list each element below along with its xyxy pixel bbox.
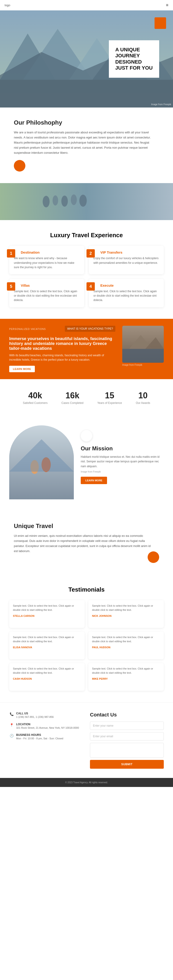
testimonial-card-4: Sample text. Click to select the text bo… <box>9 663 85 691</box>
philosophy-title: Our Philoshophy <box>14 119 159 126</box>
location-icon: 📍 <box>9 723 14 727</box>
mission-content: Our Mission Habitant morbi tristique sen… <box>81 425 164 484</box>
hours-label: BUSINESS HOURS <box>16 733 63 737</box>
footer: © 2023 Travel Agency. All rights reserve… <box>0 778 173 787</box>
svg-point-10 <box>53 195 58 205</box>
contact-message-input[interactable] <box>90 743 164 757</box>
luxury-card-execute: 4 Execute Sample text. Click to select t… <box>89 279 164 307</box>
footer-text: © 2023 Travel Agency. All rights reserve… <box>65 781 108 784</box>
contact-info: 📞 CALL US 1 (236) 567-891, 1 (236) 987-8… <box>9 712 83 769</box>
svg-point-11 <box>61 196 68 207</box>
hero-orange-accent <box>154 18 166 29</box>
testimonial-text-4: Sample text. Click to select the text bo… <box>13 667 81 675</box>
luxury-card-villas: 5 Villas Sample text. Click to select th… <box>9 279 84 307</box>
luxury-cards-grid: 1 Destination We want to know where and … <box>9 246 164 307</box>
card-title-vip: VIP Transfers <box>93 250 159 254</box>
stat-experience: 15 Years of Experience <box>98 391 122 404</box>
testimonial-card-5: Sample text. Click to select the text bo… <box>88 663 164 691</box>
hero-content-box: A UNIQUE JOURNEY DESIGNED JUST FOR YOU <box>109 40 159 78</box>
unique-section: Unique Travel Ut enim ad minim veniam, q… <box>0 511 173 574</box>
contact-phone-item: 📞 CALL US 1 (236) 567-891, 1 (236) 987-8… <box>9 712 83 719</box>
hero-image-credit: Image from Freepik <box>151 103 171 106</box>
mission-text: Habitant morbi tristique senectus et. Ne… <box>81 455 164 469</box>
travel-banner-image <box>0 183 173 220</box>
hours-text: Mon - Fri: 10:00 - 8 pm, Sat - Sun: Clos… <box>16 737 63 740</box>
testimonial-name-1: NICK JOHNSON <box>92 614 160 617</box>
personalized-tag: PERSONALIZED VACATIONS <box>9 328 46 330</box>
testimonial-card-1: Sample text. Click to select the text bo… <box>88 600 164 628</box>
contact-phone-details: CALL US 1 (236) 567-891, 1 (236) 987-856 <box>16 712 54 719</box>
personalized-image-svg <box>122 326 164 363</box>
personalized-title: Immerse yourselves in beautiful islands,… <box>9 336 115 351</box>
card-text-execute: Sample text. Click to select the text bo… <box>93 289 159 302</box>
testimonials-grid: Sample text. Click to select the text bo… <box>9 600 164 691</box>
personalized-right: Image from Freepik <box>122 326 164 366</box>
svg-point-13 <box>79 195 87 207</box>
contact-form: SUBMIT <box>90 722 164 769</box>
testimonial-text-0: Sample text. Click to select the text bo… <box>13 604 81 612</box>
luxury-section: Luxury Travel Experience 1 Destination W… <box>0 220 173 318</box>
personalized-image-credit: Image from Freepik <box>122 364 164 366</box>
learn-more-button[interactable]: LEARN MORE <box>9 366 35 372</box>
stat-satisfied: 40k Satisfied Customers <box>23 391 47 404</box>
mission-white-circle <box>81 430 92 442</box>
philosophy-orange-circle <box>14 160 25 172</box>
philosophy-section: Our Philoshophy We are a team of tourist… <box>0 108 173 183</box>
mission-image <box>9 425 74 500</box>
stat-label-cases: Cases Completed <box>61 401 83 404</box>
contact-section: 📞 CALL US 1 (236) 567-891, 1 (236) 987-8… <box>0 702 173 778</box>
mission-inner: Our Mission Habitant morbi tristique sen… <box>9 425 164 500</box>
personalized-image <box>122 326 164 363</box>
testimonial-name-2: ELISA IVANOVA <box>13 646 81 649</box>
stat-number-40k: 40k <box>23 391 47 401</box>
unique-title: Unique Travel <box>14 522 159 530</box>
card-title-destination: Destination <box>14 250 80 254</box>
clock-icon: 🕐 <box>9 733 14 738</box>
stat-number-10: 10 <box>136 391 150 401</box>
phone-number: 1 (236) 567-891, 1 (236) 987-856 <box>16 715 54 719</box>
hero-section: A UNIQUE JOURNEY DESIGNED JUST FOR YOU I… <box>0 10 173 108</box>
travel-banner <box>0 183 173 220</box>
navbar: logo ≡ <box>0 0 173 10</box>
mission-section: Our Mission Habitant morbi tristique sen… <box>0 416 173 511</box>
stat-label-satisfied: Satisfied Customers <box>23 401 47 404</box>
mission-image-credit: Image from Freepik <box>81 471 164 473</box>
card-text-destination: We want to know where and why - because … <box>14 256 80 270</box>
mission-learn-more-button[interactable]: LEARN MORE <box>81 477 107 484</box>
testimonial-text-2: Sample text. Click to select the text bo… <box>13 635 81 643</box>
card-number-4: 4 <box>86 282 95 291</box>
card-number-2: 2 <box>86 249 95 258</box>
mission-title: Our Mission <box>81 445 164 452</box>
luxury-card-destination: 1 Destination We want to know where and … <box>9 246 84 274</box>
contact-hours-item: 🕐 BUSINESS HOURS Mon - Fri: 10:00 - 8 pm… <box>9 733 83 740</box>
contact-location-item: 📍 LOCATION 321 Rock Street, 21 Avenue, N… <box>9 723 83 730</box>
stat-number-15: 15 <box>98 391 122 401</box>
call-us-label: CALL US <box>16 712 54 715</box>
testimonials-section: Testimonials Sample text. Click to selec… <box>0 574 173 702</box>
personalized-question: WHAT IS YOUR VACATIONS TYPE? <box>65 326 115 332</box>
unique-text: Ut enim ad minim veniam, quis nostrud ex… <box>14 533 152 554</box>
contact-name-input[interactable] <box>90 722 164 730</box>
mission-image-svg <box>9 425 74 500</box>
luxury-card-vip: 2 VIP Transfers Enjoy the comfort of our… <box>89 246 164 274</box>
submit-button[interactable]: SUBMIT <box>90 760 164 769</box>
card-number-5: 5 <box>7 282 15 291</box>
philosophy-text: We are a team of tourist professionals p… <box>14 130 152 155</box>
card-text-vip: Enjoy the comfort of our luxury vehicles… <box>93 256 159 265</box>
luxury-title: Luxury Travel Experience <box>9 232 164 239</box>
testimonial-name-3: PAUL HUDSON <box>92 646 160 649</box>
contact-email-input[interactable] <box>90 732 164 740</box>
testimonial-text-1: Sample text. Click to select the text bo… <box>92 604 160 612</box>
stat-number-16k: 16k <box>61 391 83 401</box>
card-title-villas: Villas <box>14 283 80 287</box>
stat-cases: 16k Cases Completed <box>61 391 83 404</box>
testimonial-name-4: CASH HUDSON <box>13 678 81 680</box>
testimonial-name-0: STELLA CARSON <box>13 614 81 617</box>
testimonial-text-3: Sample text. Click to select the text bo… <box>92 635 160 643</box>
hero-title: A UNIQUE JOURNEY DESIGNED JUST FOR YOU <box>115 47 153 71</box>
testimonial-name-5: MIKE PERRY <box>92 678 160 680</box>
personalized-section: PERSONALIZED VACATIONS WHAT IS YOUR VACA… <box>0 319 173 379</box>
hamburger-icon[interactable]: ≡ <box>166 3 168 8</box>
stat-label-awards: Our Awards <box>136 401 150 404</box>
card-number-1: 1 <box>7 249 15 258</box>
